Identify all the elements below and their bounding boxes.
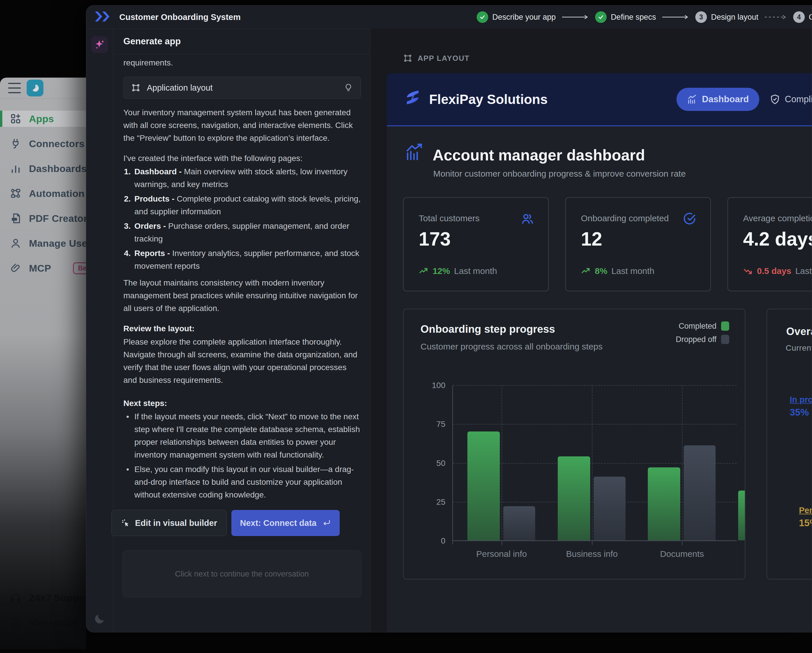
flexipay-logo-icon [403, 90, 422, 109]
nav-compliance[interactable]: Compliance [770, 88, 812, 111]
document-icon [10, 617, 21, 629]
sidebar-item-automation[interactable]: Automation [0, 185, 86, 201]
beta-badge: Beta [73, 262, 86, 274]
next-connect-data-button[interactable]: Next: Connect data [231, 510, 340, 536]
sidebar-item-manage-users[interactable]: Manage Users [0, 235, 86, 251]
onboarding-modal: Customer Onboarding System Describe your… [86, 5, 812, 632]
headset-icon [10, 592, 21, 604]
hamburger-menu-icon[interactable] [8, 83, 21, 93]
chat-actions: Edit in visual builder Next: Connect dat… [113, 510, 340, 536]
metric-value: 173 [419, 228, 450, 250]
overall-status-card: Overall Current In progress 35% Pending … [766, 309, 812, 580]
check-icon [477, 11, 488, 23]
metric-value: 12 [581, 228, 602, 250]
sidebar-item-label: PDF Creator [29, 213, 86, 224]
legend-item-dropped-off: Dropped off [676, 335, 729, 344]
sidebar-item-connectors[interactable]: Connectors [0, 136, 86, 152]
donut-label-pending[interactable]: Pending 15% [799, 506, 812, 528]
nav-label: Dashboard [702, 94, 749, 105]
step-label: Design layout [711, 13, 759, 22]
axis-tick [592, 542, 592, 545]
card-title: Overall [786, 325, 812, 338]
shield-check-icon [770, 94, 780, 105]
app-layout-header: APP LAYOUT [403, 53, 470, 63]
edit-visual-builder-button[interactable]: Edit in visual builder [111, 510, 227, 536]
message-paragraph: Please explore the complete application … [124, 336, 361, 387]
sidebar-item-label: View docs [29, 617, 78, 629]
message-heading: Review the layout: [124, 322, 361, 335]
brand-name: FlexiPay Solutions [429, 92, 548, 107]
list-item: 1.Dashboard - Main overview with stock a… [124, 165, 361, 191]
bar-dropped-off [684, 446, 716, 540]
step-connect-data[interactable]: 4 Connect data [793, 11, 812, 23]
chart-subtitle: Customer progress across all onboarding … [420, 342, 603, 352]
legend-swatch-dropped [721, 335, 729, 344]
dark-mode-moon-icon[interactable] [93, 612, 106, 625]
sidebar-item-label: Dashboards [29, 163, 86, 174]
list-item: 2.Products - Complete product catalog wi… [124, 192, 361, 218]
chat-panel: Generate app requirements. Application l… [113, 29, 370, 632]
sidebar-item-support[interactable]: 24x7 Support [0, 590, 86, 606]
sidebar-item-label: Manage Users [29, 238, 86, 249]
sidebar-item-label: 24x7 Support [29, 592, 86, 604]
sidebar-item-mcp[interactable]: MCP Beta [0, 260, 86, 276]
lightbulb-icon[interactable] [344, 83, 353, 92]
bar-plot: 0255075100 Personal info Business info D… [453, 385, 737, 541]
stepper: Describe your app Define specs 3 Design … [477, 6, 812, 29]
preview-panel: APP LAYOUT FlexiPay Solutions [370, 29, 812, 632]
metric-value: 4.2 days [743, 228, 812, 250]
chat-transcript: requirements. Application layout Your in… [124, 56, 361, 503]
generate-sparkle-icon[interactable] [91, 36, 108, 53]
gridline [453, 424, 737, 424]
user-icon [10, 238, 21, 249]
step-design-layout[interactable]: 3 Design layout [695, 11, 759, 23]
builder-logo-icon [95, 11, 110, 23]
next-steps-list: If the layout meets your needs, click “N… [124, 410, 361, 501]
paperclip-icon [10, 262, 21, 274]
application-layout-chip[interactable]: Application layout [124, 77, 361, 99]
onboarding-progress-chart-card: Onboarding step progress Customer progre… [403, 309, 745, 580]
metric-label: Onboarding completed [581, 214, 669, 223]
chip-label: Application layout [147, 81, 337, 94]
sidebar-item-pdf-creator[interactable]: PDF Creator [0, 210, 86, 226]
metric-card-total-customers: Total customers 173 12% Last month [403, 197, 549, 291]
sidebar-item-view-docs[interactable]: View docs [0, 615, 86, 631]
sidebar-item-dashboards[interactable]: Dashboards [0, 160, 86, 177]
plug-icon [10, 138, 21, 150]
step-describe-your-app[interactable]: Describe your app [477, 11, 556, 23]
screen: Apps Connectors Dashboards Automation PD… [0, 0, 812, 653]
y-axis-line [452, 385, 453, 545]
donut-label-in-progress[interactable]: In progress 35% [790, 395, 812, 418]
check-icon [595, 11, 607, 23]
metric-card-average-completion: Average completion 4.2 days 0.5 days Las… [727, 197, 812, 291]
sidebar-item-label: Connectors [29, 138, 85, 150]
x-axis-line [453, 540, 737, 541]
axis-tick [682, 542, 682, 545]
metric-delta: 8% Last month [581, 266, 655, 276]
step-number: 3 [695, 11, 707, 23]
chat-input[interactable]: Click next to continue the conversation [122, 551, 362, 597]
page-title: Account manager dashboard [433, 146, 645, 164]
layout-frame-icon [131, 83, 140, 92]
button-label: Edit in visual builder [135, 518, 217, 528]
message-paragraph: The layout maintains consistency with mo… [124, 276, 361, 315]
sidebar-item-apps[interactable]: Apps [0, 111, 86, 127]
legend-label: Dropped off [676, 335, 716, 344]
nav-dashboard[interactable]: Dashboard [676, 88, 759, 111]
list-item: 4.Reports - Inventory analytics, supplie… [124, 247, 361, 273]
step-define-specs[interactable]: Define specs [595, 11, 656, 23]
bar-dropped-off [594, 477, 626, 540]
category-label: Business info [566, 549, 618, 559]
y-tick-label: 75 [437, 420, 446, 429]
chart-rise-icon [687, 94, 698, 105]
preview-app-header: FlexiPay Solutions Dashboard Compliance [387, 73, 812, 126]
bar-completed [738, 491, 745, 540]
step-label: Connect data [809, 13, 812, 22]
app-preview-frame: FlexiPay Solutions Dashboard Compliance [387, 73, 812, 632]
return-key-icon [322, 518, 331, 528]
bar-chart-icon [10, 163, 21, 174]
y-axis-labels: 0255075100 [419, 385, 446, 541]
step-dashed-arrow-icon [764, 15, 788, 20]
apps-grid-icon [10, 113, 21, 125]
step-label: Define specs [611, 13, 656, 22]
